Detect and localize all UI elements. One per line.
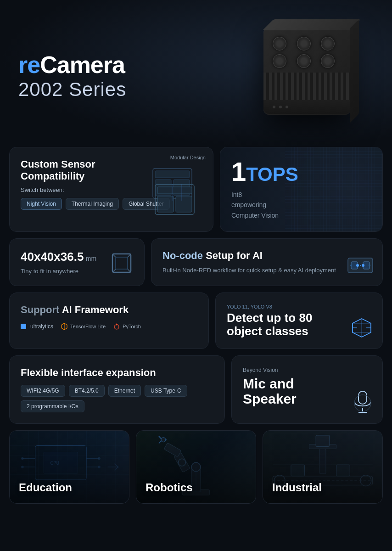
title-camera: Camera	[40, 51, 125, 78]
robotics-card: Robotics	[136, 430, 256, 504]
interface-title: Flexible interface expansion	[21, 367, 213, 379]
nodered-icon	[347, 254, 373, 276]
ultralytics-logo: ultralytics	[21, 323, 53, 330]
tag-ethernet: Ethernet	[108, 385, 141, 397]
hero-subtitle: 2002 Series	[18, 79, 245, 101]
camera-lens-1	[273, 37, 286, 51]
tops-number: 1TOPS	[231, 158, 371, 185]
framework-title-2: AI Framework	[62, 304, 129, 315]
camera-ribs	[263, 73, 351, 100]
grid-row-5: CPU Education	[9, 430, 383, 504]
tag-wifi: WIFI2.4G/5G	[21, 385, 65, 397]
ultralytics-logo-icon	[21, 324, 26, 329]
tops-card: 1TOPS Int8 empowering Computer Vision	[220, 147, 383, 232]
interface-card: Flexible interface expansion WIFI2.4G/5G…	[9, 355, 225, 423]
tops-desc: Int8 empowering Computer Vision	[231, 190, 371, 220]
camera-side-face	[350, 19, 359, 123]
product-image	[245, 18, 374, 133]
beyond-title-2: Speaker	[243, 391, 297, 406]
framework-title: Support AI Framework	[21, 304, 197, 316]
3d-box-icon	[350, 316, 373, 339]
tag-io: 2 programmable I/Os	[21, 400, 84, 412]
svg-point-23	[369, 264, 370, 266]
frame-icon	[110, 252, 133, 275]
robotics-label: Robotics	[146, 481, 193, 494]
tops-desc-2: empowering	[231, 201, 266, 208]
tops-unit: TOPS	[246, 163, 298, 185]
nocode-title-2: Setup for AI	[206, 250, 263, 261]
education-card: CPU Education	[9, 430, 129, 504]
industrial-label: Industrial	[272, 481, 322, 494]
pytorch-icon	[113, 323, 120, 330]
tops-desc-1: Int8	[231, 191, 242, 198]
detect-title-line2: object classes	[227, 324, 308, 338]
camera-lens-6	[321, 54, 335, 68]
camera-bottom	[263, 100, 351, 114]
modular-illustration	[146, 164, 206, 219]
camera-indicator-2	[279, 106, 282, 108]
microphone-icon	[352, 390, 373, 414]
industrial-card: Industrial	[263, 430, 383, 504]
tops-desc-3: Computer Vision	[231, 212, 279, 219]
sensor-card-title: Custom Sensor Compatibility	[21, 158, 122, 183]
tag-night-vision: Night Vision	[21, 198, 62, 210]
svg-rect-33	[358, 391, 367, 404]
size-dimensions: 40x40x36.5	[21, 250, 84, 264]
pytorch-logo: PyTorch	[113, 323, 141, 330]
hero-title: reCamera	[18, 51, 245, 79]
modular-label: Modular Design	[170, 155, 206, 160]
svg-point-22	[350, 264, 352, 266]
beyond-title-1: Mic and	[243, 376, 294, 391]
camera-lens-3	[321, 37, 335, 51]
detect-card: YOLO 11, YOLO V8 Detect up to 80 object …	[215, 292, 383, 349]
camera-lens-4	[273, 54, 286, 68]
grid-row-1: Modular Design	[9, 147, 383, 232]
beyond-label: Beyond Vision	[243, 367, 371, 373]
nocode-title-1: No-code	[162, 250, 203, 261]
pytorch-label: PyTorch	[123, 324, 141, 329]
ultralytics-label: ultralytics	[30, 323, 53, 330]
svg-rect-11	[116, 257, 128, 269]
tops-num-value: 1	[231, 157, 246, 186]
svg-rect-6	[157, 196, 174, 212]
tag-usbc: USB Type-C	[145, 385, 187, 397]
svg-rect-7	[176, 196, 192, 212]
framework-title-1: Support	[21, 304, 59, 315]
tf-label: TensorFlow Lite	[70, 324, 106, 329]
beyond-card: Beyond Vision Mic and Speaker	[231, 355, 383, 423]
svg-point-27	[116, 324, 118, 325]
camera-indicator-1	[273, 106, 275, 108]
detect-title: Detect up to 80 object classes	[227, 311, 371, 337]
grid-row-2: 40x40x36.5 mm Tiny to fit in anywhere No…	[9, 238, 383, 286]
title-re: re	[18, 51, 40, 78]
size-card: 40x40x36.5 mm Tiny to fit in anywhere	[9, 238, 145, 286]
sensor-card: Modular Design	[9, 147, 213, 232]
svg-rect-1	[155, 171, 190, 178]
interface-tags: WIFI2.4G/5G BT4.2/5.0 Ethernet USB Type-…	[21, 385, 213, 412]
hero-section: reCamera 2002 Series	[0, 0, 392, 147]
sensor-title-text: Custom Sensor Compatibility	[21, 158, 95, 182]
tag-thermal: Thermal Imaging	[66, 198, 119, 210]
camera-lens-5	[297, 54, 311, 68]
detect-title-line1: Detect up to 80	[227, 311, 312, 325]
camera-lens-grid	[263, 28, 351, 73]
camera-model	[263, 28, 351, 115]
hero-text: reCamera 2002 Series	[18, 51, 245, 101]
grid-row-4: Flexible interface expansion WIFI2.4G/5G…	[9, 355, 383, 423]
size-unit: mm	[86, 255, 96, 262]
grid-row-3: Support AI Framework ultralytics TensorF…	[9, 292, 383, 349]
feature-grid: Modular Design	[0, 147, 392, 513]
svg-rect-5	[157, 187, 192, 194]
nocode-card: No-code Setup for AI Built-in Node-RED w…	[151, 238, 383, 286]
yolo-label: YOLO 11, YOLO V8	[227, 304, 371, 309]
modular-svg	[146, 164, 206, 219]
camera-top-face	[263, 19, 361, 30]
nocode-title: No-code Setup for AI	[162, 250, 323, 262]
framework-card: Support AI Framework ultralytics TensorF…	[9, 292, 209, 349]
education-label: Education	[19, 481, 72, 494]
camera-indicator-3	[286, 106, 288, 108]
nocode-desc: Built-in Node-RED workflow for quick set…	[162, 266, 337, 275]
framework-logos-row: ultralytics TensorFlow Lite PyTorch	[21, 323, 197, 330]
tf-icon	[61, 323, 68, 330]
tensorflow-logo: TensorFlow Lite	[61, 323, 106, 330]
